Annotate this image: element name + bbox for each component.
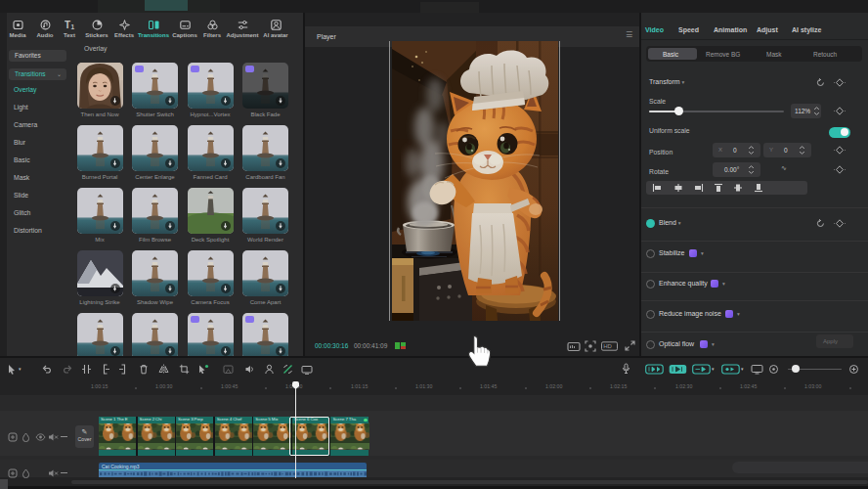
svg-text:T: T [65, 20, 70, 30]
svg-text:1: 1 [70, 23, 74, 30]
svg-text:HD: HD [603, 343, 612, 349]
